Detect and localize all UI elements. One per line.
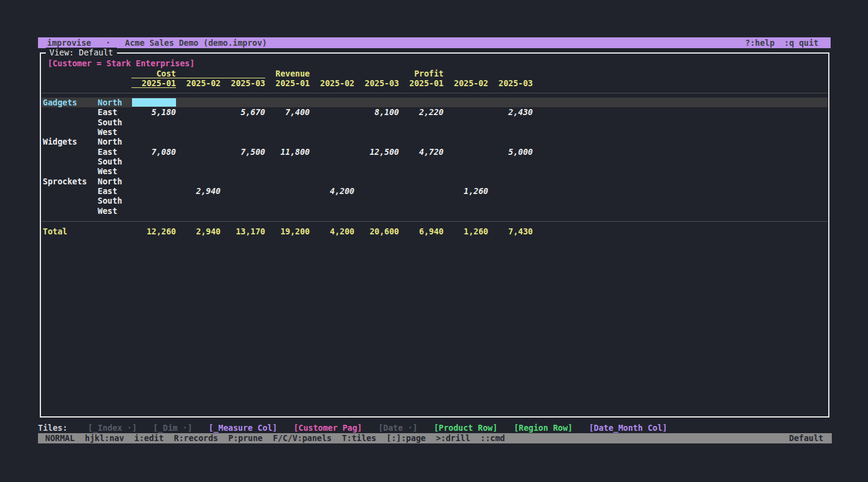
- value-cell[interactable]: 5,180: [131, 107, 176, 117]
- total-separator: [42, 221, 828, 222]
- tile-chip[interactable]: [_Measure Col]: [209, 423, 277, 433]
- value-cell[interactable]: 7,500: [221, 147, 265, 157]
- tile-chip[interactable]: [Product Row]: [434, 423, 498, 433]
- value-cell[interactable]: 2,220: [399, 107, 444, 117]
- value-cell[interactable]: 11,800: [265, 147, 310, 157]
- measure-group-header[interactable]: Revenue: [265, 69, 399, 78]
- tile-chip[interactable]: [Region Row]: [514, 423, 573, 433]
- value-cell[interactable]: 4,200: [310, 186, 354, 196]
- value-cell[interactable]: 1,260: [444, 186, 488, 196]
- header-separator: [42, 93, 828, 93]
- month-column-header[interactable]: 2025-01: [265, 78, 310, 88]
- region-row-label: North: [98, 137, 122, 146]
- value-cell[interactable]: 4,720: [399, 147, 444, 157]
- document-title: Acme Sales Demo (demo.improv): [125, 37, 267, 48]
- table-row[interactable]: East7,0807,50011,80012,5004,7205,000: [42, 147, 828, 157]
- title-separator-dot: ·: [105, 37, 110, 48]
- table-row[interactable]: South: [42, 117, 828, 127]
- table-row[interactable]: East2,9404,2001,260: [42, 186, 828, 196]
- keybinding-hint: hjkl:nav: [85, 433, 124, 443]
- keybinding-hint: [:]:page: [386, 433, 426, 443]
- value-cell[interactable]: 12,500: [354, 147, 399, 157]
- total-value-cell: 19,200: [265, 227, 310, 236]
- table-row[interactable]: West: [42, 206, 828, 216]
- selected-cell-cursor[interactable]: [132, 98, 176, 107]
- status-right-view-name: Default: [789, 433, 823, 443]
- measure-group-header[interactable]: Profit: [399, 69, 533, 78]
- product-row-label: Gadgets: [43, 98, 77, 107]
- table-row[interactable]: SprocketsNorth: [42, 177, 828, 186]
- view-panel: View: Default [Customer = Stark Enterpri…: [40, 52, 829, 418]
- value-cell[interactable]: 5,000: [488, 147, 533, 157]
- table-row[interactable]: South: [42, 157, 828, 166]
- region-row-label: East: [98, 186, 118, 196]
- region-row-label: West: [98, 127, 118, 137]
- month-column-header[interactable]: 2025-01: [399, 78, 444, 88]
- total-value-cell: 1,260: [444, 227, 488, 236]
- total-value-cell: 12,260: [131, 227, 176, 236]
- total-value-cell: 20,600: [354, 227, 399, 236]
- region-row-label: North: [98, 98, 122, 107]
- quit-hint: :q quit: [784, 37, 819, 48]
- value-cell[interactable]: 2,430: [488, 107, 533, 117]
- measure-group-header[interactable]: Cost: [131, 69, 265, 78]
- table-row[interactable]: WidgetsNorth: [42, 137, 828, 146]
- keybinding-hint: F/C/V:panels: [273, 433, 332, 443]
- region-row-label: South: [98, 157, 122, 166]
- month-column-header[interactable]: 2025-02: [310, 78, 354, 88]
- total-value-cell: 4,200: [310, 227, 354, 236]
- keybinding-hint: ::cmd: [480, 433, 505, 443]
- total-value-cell: 2,940: [176, 227, 221, 236]
- value-cell[interactable]: 8,100: [354, 107, 399, 117]
- month-column-header[interactable]: 2025-03: [488, 78, 533, 88]
- tile-chip[interactable]: [Date_Month Col]: [589, 423, 667, 433]
- tile-chip[interactable]: [_Index ·]: [88, 423, 137, 433]
- title-bar: improvise · Acme Sales Demo (demo.improv…: [38, 37, 831, 48]
- help-hint: ?:help: [745, 37, 775, 48]
- product-row-label: Sprockets: [43, 177, 87, 186]
- tile-chip[interactable]: [Date ·]: [379, 423, 418, 433]
- month-column-header[interactable]: 2025-02: [176, 78, 221, 88]
- table-row[interactable]: South: [42, 196, 828, 205]
- value-cell[interactable]: 7,400: [265, 107, 310, 117]
- product-row-label: Widgets: [43, 137, 77, 146]
- total-value-cell: 7,430: [488, 227, 533, 236]
- keybinding-hint: P:prune: [228, 433, 263, 443]
- tiles-bar-label: Tiles:: [38, 423, 68, 433]
- table-row[interactable]: West: [42, 166, 828, 176]
- view-title: View: Default: [46, 48, 117, 57]
- keybinding-hint: T:tiles: [342, 433, 376, 443]
- app-name: improvise: [47, 37, 91, 48]
- table-row[interactable]: East5,1805,6707,4008,1002,2202,430: [42, 107, 828, 117]
- region-row-label: West: [98, 166, 118, 176]
- total-row: Total 12,2602,94013,17019,2004,20020,600…: [42, 227, 828, 236]
- header-measure-groups: CostRevenueProfit: [41, 69, 828, 78]
- value-cell[interactable]: 5,670: [221, 107, 265, 117]
- page-filter[interactable]: [Customer = Stark Enterprises]: [48, 58, 195, 68]
- month-column-header[interactable]: 2025-03: [354, 78, 399, 88]
- region-row-label: West: [98, 206, 118, 216]
- month-column-header[interactable]: 2025-01: [131, 78, 176, 88]
- region-row-label: North: [98, 177, 122, 186]
- table-row[interactable]: West: [42, 127, 828, 137]
- tile-chip[interactable]: [Customer Pag]: [294, 423, 362, 433]
- keybinding-hint: i:edit: [134, 433, 164, 443]
- keybinding-hint: >:drill: [436, 433, 470, 443]
- value-cell[interactable]: 7,080: [131, 147, 176, 157]
- region-row-label: East: [98, 107, 118, 117]
- table-row[interactable]: GadgetsNorth: [42, 98, 828, 107]
- header-month-row: 2025-012025-022025-032025-012025-022025-…: [41, 78, 828, 88]
- total-value-cell: 6,940: [399, 227, 444, 236]
- value-cell[interactable]: 2,940: [176, 186, 221, 196]
- status-bar: NORMAL hjkl:navi:editR:recordsP:pruneF/C…: [38, 433, 832, 443]
- tile-chip[interactable]: [_Dim ·]: [153, 423, 192, 433]
- keybinding-hint: R:records: [174, 433, 218, 443]
- tiles-bar: Tiles: [_Index ·][_Dim ·][_Measure Col][…: [38, 423, 832, 433]
- region-row-label: East: [98, 147, 118, 157]
- total-label: Total: [43, 227, 68, 236]
- region-row-label: South: [98, 196, 122, 205]
- mode-indicator: NORMAL: [45, 433, 75, 443]
- month-column-header[interactable]: 2025-03: [221, 78, 265, 88]
- month-column-header[interactable]: 2025-02: [444, 78, 488, 88]
- total-value-cell: 13,170: [221, 227, 265, 236]
